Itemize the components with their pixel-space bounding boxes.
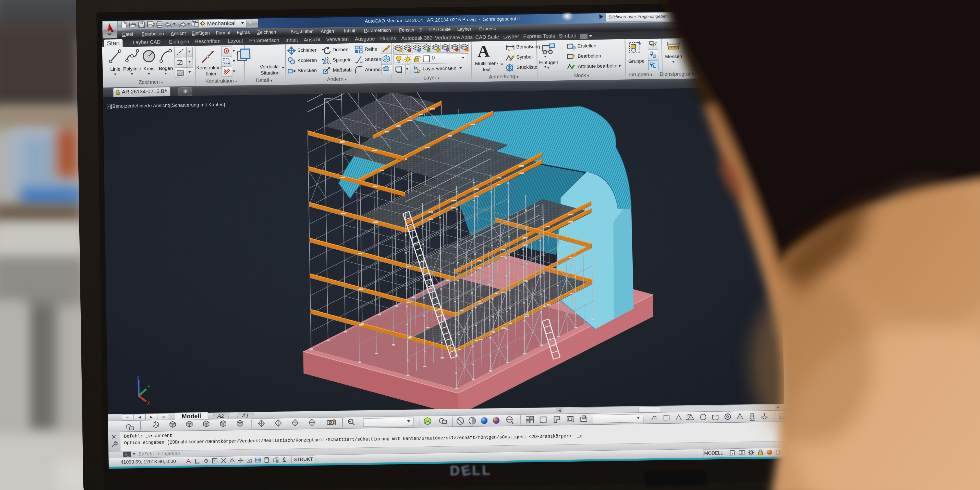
svg-text:Z: Z xyxy=(136,375,140,380)
svg-text:Y: Y xyxy=(147,384,151,390)
svg-text:X: X xyxy=(147,400,151,406)
